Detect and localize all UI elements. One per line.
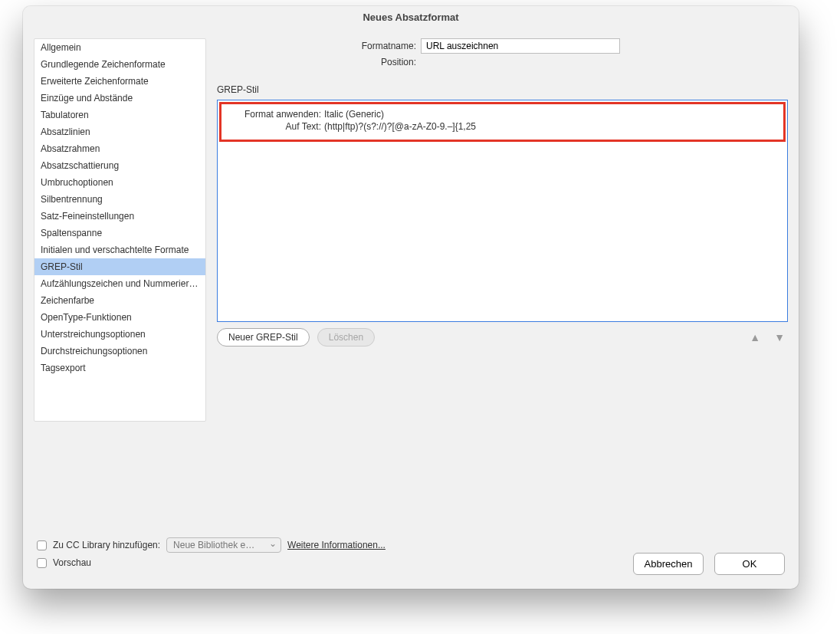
preview-checkbox[interactable] — [37, 558, 47, 568]
auf-text-label: Auf Text: — [229, 121, 321, 132]
sidebar-item-umbruchoptionen[interactable]: Umbruchoptionen — [34, 174, 205, 191]
cc-library-checkbox[interactable] — [37, 540, 47, 550]
sidebar-item-aufzaehlung[interactable]: Aufzählungszeichen und Nummerierung — [34, 275, 205, 292]
delete-button: Löschen — [317, 328, 375, 347]
sidebar-item-silbentrennung[interactable]: Silbentrennung — [34, 191, 205, 208]
ok-button[interactable]: OK — [714, 553, 785, 575]
position-label: Position: — [217, 57, 416, 67]
action-buttons: Abbrechen OK — [37, 553, 785, 575]
formatname-input[interactable] — [421, 38, 620, 54]
apply-format-value: Italic (Generic) — [324, 109, 384, 120]
sidebar-item-satz-feineinstellungen[interactable]: Satz-Feineinstellungen — [34, 208, 205, 225]
formatname-row: Formatname: — [217, 38, 788, 54]
sidebar-item-unterstreichung[interactable]: Unterstreichungsoptionen — [34, 326, 205, 343]
window-title: Neues Absatzformat — [23, 6, 799, 28]
grep-entry-selected[interactable]: Format anwenden: Italic (Generic) Auf Te… — [219, 102, 786, 142]
sidebar-item-zeichenfarbe[interactable]: Zeichenfarbe — [34, 292, 205, 309]
sidebar-item-initialen[interactable]: Initialen und verschachtelte Formate — [34, 241, 205, 258]
sidebar-item-grundlegende-zeichenformate[interactable]: Grundlegende Zeichenformate — [34, 56, 205, 73]
sidebar-item-tabulatoren[interactable]: Tabulatoren — [34, 107, 205, 123]
apply-format-row: Format anwenden: Italic (Generic) — [229, 109, 776, 120]
category-sidebar[interactable]: Allgemein Grundlegende Zeichenformate Er… — [34, 38, 206, 422]
sidebar-item-tagsexport[interactable]: Tagsexport — [34, 360, 205, 376]
sidebar-item-absatzrahmen[interactable]: Absatzrahmen — [34, 140, 205, 157]
cc-library-label: Zu CC Library hinzufügen: — [53, 540, 160, 550]
sidebar-item-grep-stil[interactable]: GREP-Stil — [34, 258, 205, 275]
sidebar-item-absatzschattierung[interactable]: Absatzschattierung — [34, 157, 205, 174]
cancel-button[interactable]: Abbrechen — [633, 553, 704, 575]
apply-format-label: Format anwenden: — [229, 109, 321, 120]
dialog-window: Neues Absatzformat Allgemein Grundlegend… — [23, 6, 799, 589]
sidebar-item-opentype[interactable]: OpenType-Funktionen — [34, 309, 205, 326]
position-row: Position: — [217, 57, 788, 67]
formatname-label: Formatname: — [217, 41, 416, 51]
grep-button-row: Neuer GREP-Stil Löschen ▲ ▼ — [217, 328, 788, 347]
sidebar-item-einzuege-abstaende[interactable]: Einzüge und Abstände — [34, 90, 205, 107]
new-grep-style-button[interactable]: Neuer GREP-Stil — [217, 328, 310, 347]
sidebar-item-allgemein[interactable]: Allgemein — [34, 39, 205, 56]
dialog-content: Allgemein Grundlegende Zeichenformate Er… — [23, 28, 799, 527]
auf-text-value: (http|ftp)?(s?://)?[@a-zA-Z0-9.–]{1,25 — [324, 121, 476, 132]
move-up-icon[interactable]: ▲ — [746, 331, 763, 343]
cc-library-row: Zu CC Library hinzufügen: Neue Bibliothe… — [37, 537, 785, 553]
main-panel: Formatname: Position: GREP-Stil Format a… — [217, 38, 788, 527]
auf-text-row: Auf Text: (http|ftp)?(s?://)?[@a-zA-Z0-9… — [229, 121, 776, 132]
sidebar-item-durchstreichung[interactable]: Durchstreichungsoptionen — [34, 343, 205, 360]
sidebar-item-erweiterte-zeichenformate[interactable]: Erweiterte Zeichenformate — [34, 73, 205, 90]
grep-style-list[interactable]: Format anwenden: Italic (Generic) Auf Te… — [217, 100, 788, 322]
sidebar-item-absatzlinien[interactable]: Absatzlinien — [34, 123, 205, 140]
move-down-icon[interactable]: ▼ — [771, 331, 788, 343]
sidebar-item-spaltenspanne[interactable]: Spaltenspanne — [34, 225, 205, 241]
dialog-footer: Zu CC Library hinzufügen: Neue Bibliothe… — [23, 527, 799, 589]
more-info-link[interactable]: Weitere Informationen... — [287, 540, 386, 550]
preview-label: Vorschau — [53, 557, 91, 568]
section-title: GREP-Stil — [217, 84, 788, 95]
cc-library-select[interactable]: Neue Bibliothek e… — [166, 537, 281, 553]
